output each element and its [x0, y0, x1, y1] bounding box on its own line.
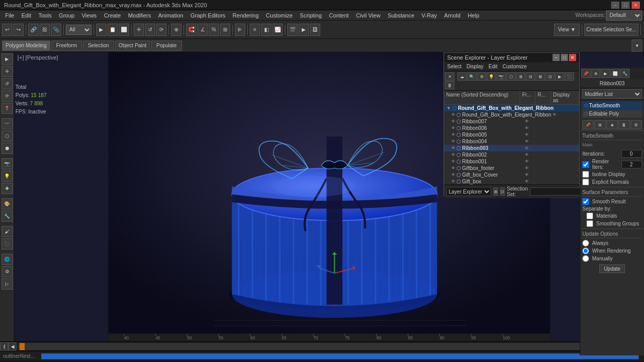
lt-paint[interactable]: 🖌 [2, 226, 13, 237]
curve-editor-button[interactable]: 📈 [272, 24, 283, 36]
se-row-ribbon003[interactable]: 👁 ⬡ Ribbon003 ⚙ [444, 145, 579, 151]
rect-select-button[interactable]: ⬜ [119, 24, 129, 36]
minimize-button[interactable]: – [611, 2, 619, 9]
se-btn-12[interactable]: ▶ [555, 72, 564, 81]
lt-patch[interactable]: ⬢ [2, 143, 13, 154]
timeline-handle[interactable] [20, 343, 25, 350]
se-btn-13[interactable]: ⬛ [565, 72, 574, 81]
select-rotate-button[interactable]: ↺ [145, 24, 155, 36]
se-bottom-btn-2[interactable]: ⊡ [500, 187, 505, 196]
spinner-snap-button[interactable]: ⊞ [220, 24, 230, 36]
menu-help[interactable]: Help [465, 11, 483, 20]
menu-scripting[interactable]: Scripting [297, 11, 325, 20]
create-sel-button[interactable]: Create Selection Se... [584, 24, 638, 36]
isoline-checkbox[interactable] [582, 171, 589, 178]
viewport-mode-button[interactable]: View ▼ [554, 24, 580, 36]
menu-views[interactable]: Views [79, 11, 100, 20]
se-btn-4[interactable]: ⚙ [477, 72, 486, 81]
lt-quick-render[interactable]: ▷ [2, 278, 13, 290]
bind-space-warp[interactable]: 📎 [51, 24, 61, 36]
se-btn-11[interactable]: ⊡ [545, 72, 555, 81]
tab-polygon-modeling[interactable]: Polygon Modeling [2, 41, 50, 51]
lt-helper[interactable]: ✚ [2, 183, 13, 194]
se-btn-8[interactable]: ⊞ [516, 72, 525, 81]
materials-checkbox[interactable] [586, 213, 593, 219]
update-button[interactable]: Update [599, 264, 625, 273]
se-menu-edit[interactable]: Edit [487, 63, 500, 70]
menu-edit[interactable]: Edit [19, 11, 34, 20]
lt-rotate[interactable]: ↺ [2, 78, 13, 89]
se-restore[interactable]: □ [561, 54, 568, 61]
lt-place[interactable]: 📍 [2, 103, 13, 114]
se-btn-9[interactable]: ⊟ [526, 72, 535, 81]
mp-btn-pin[interactable]: 📌 [581, 69, 591, 78]
se-bottom-btn-1[interactable]: ⊞ [493, 187, 498, 196]
se-btn-10[interactable]: ⊠ [536, 72, 545, 81]
modifier-turbosmooth[interactable]: ⬡ TurboSmooth [582, 102, 642, 109]
always-radio[interactable] [582, 240, 589, 246]
mp-btn-motion[interactable]: ▶ [601, 69, 610, 78]
lt-light[interactable]: 💡 [2, 170, 13, 182]
lt-move[interactable]: ✛ [2, 66, 13, 77]
se-layer-combo[interactable]: Layer Explorer [446, 187, 491, 196]
se-row-ribbon001[interactable]: 👁 ⬡ Ribbon001 👁 [444, 158, 579, 165]
menu-tools[interactable]: Tools [35, 11, 55, 20]
redo-button[interactable]: ↪ [13, 24, 24, 36]
lt-ribbon[interactable]: ⬛ [2, 238, 13, 250]
menu-create[interactable]: Create [101, 11, 124, 20]
render-iters-input[interactable] [621, 161, 642, 168]
se-btn-delete[interactable]: 🗑 [445, 81, 454, 89]
mp-btn-hierarchy[interactable]: ⊕ [591, 69, 600, 78]
smooth-result-checkbox[interactable] [582, 198, 589, 205]
se-tree[interactable]: ▼ ⬡ Round_Gift_Box_with_Elegant_Ribbon 👁… [444, 105, 579, 184]
se-row-giftbox-footer[interactable]: 👁 ⬡ Giftbox_footer 👁 [444, 165, 579, 172]
se-row-ribbon002[interactable]: 👁 ⬡ Ribbon002 👁 [444, 151, 579, 158]
se-menu-customize[interactable]: Customize [501, 63, 529, 70]
manually-radio[interactable] [582, 255, 589, 262]
modifier-editable-poly[interactable]: ⬡ Editable Poly [582, 110, 642, 118]
lt-scale[interactable]: ⟳ [2, 90, 13, 102]
menu-vray[interactable]: V-Ray [418, 11, 440, 20]
lt-camera[interactable]: 📷 [2, 158, 13, 169]
explicit-normals-checkbox[interactable] [582, 179, 589, 185]
tab-freeform[interactable]: Freeform [51, 41, 82, 51]
menu-arnold[interactable]: Arnold [441, 11, 464, 20]
mp-btn-display[interactable]: ⬜ [611, 69, 620, 78]
menu-substance[interactable]: Substance [384, 11, 417, 20]
se-row-giftbox-cover[interactable]: 👁 ⬡ Gift_box_Cover 👁 [444, 172, 579, 178]
stack-btn-make-unique[interactable]: ◈ [606, 120, 618, 129]
smoothing-groups-checkbox[interactable] [586, 220, 593, 227]
stack-btn-configure[interactable]: ⚙ [631, 120, 642, 129]
timeline-track[interactable] [19, 343, 585, 350]
menu-animation[interactable]: Animation [155, 11, 187, 20]
menu-rendering[interactable]: Rendering [230, 11, 262, 20]
unlink-button[interactable]: ⛓ [40, 24, 50, 36]
tab-selection[interactable]: Selection [83, 41, 114, 51]
se-row-giftbox[interactable]: 👁 ⬡ Gift_box 👁 [444, 178, 579, 184]
layer-manager-button[interactable]: ◧ [261, 24, 271, 36]
se-row-ribbon007[interactable]: 👁 ⬡ Ribbon007 👁 [444, 118, 579, 125]
se-row-ribbon004[interactable]: 👁 ⬡ Ribbon004 👁 [444, 138, 579, 145]
maximize-button[interactable]: □ [621, 2, 630, 9]
link-button[interactable]: 🔗 [28, 24, 39, 36]
sub-toolbar-options[interactable]: ▾ [632, 40, 642, 52]
se-menu-select[interactable]: Select [445, 63, 464, 70]
align-button[interactable]: ≡ [250, 24, 260, 36]
select-by-name-button[interactable]: 📋 [107, 24, 118, 36]
lt-poly[interactable]: ⬡ [2, 130, 13, 142]
menu-modifiers[interactable]: Modifiers [125, 11, 154, 20]
mp-btn-utilities[interactable]: 🔧 [620, 69, 630, 78]
workspaces-combo[interactable]: Default [606, 10, 642, 21]
se-btn-1[interactable]: ✕ [445, 72, 454, 81]
render-iters-checkbox[interactable] [582, 161, 589, 168]
se-row-giftbox-full[interactable]: 👁 ⬡ Round_Gift_Box_with_Elegant_Ribbon 👁 [444, 111, 579, 118]
snap-toggle-button[interactable]: 🧲 [186, 24, 196, 36]
select-scale-button[interactable]: ⟳ [156, 24, 167, 36]
se-minimize[interactable]: – [553, 54, 560, 61]
se-row-ribbon005[interactable]: 👁 ⬡ Ribbon005 👁 [444, 131, 579, 138]
undo-button[interactable]: ↩ [2, 24, 12, 36]
menu-customize[interactable]: Customize [263, 11, 296, 20]
menu-content[interactable]: Content [326, 11, 352, 20]
close-button[interactable]: ✕ [632, 2, 640, 9]
lt-environment[interactable]: 🌐 [2, 254, 13, 265]
